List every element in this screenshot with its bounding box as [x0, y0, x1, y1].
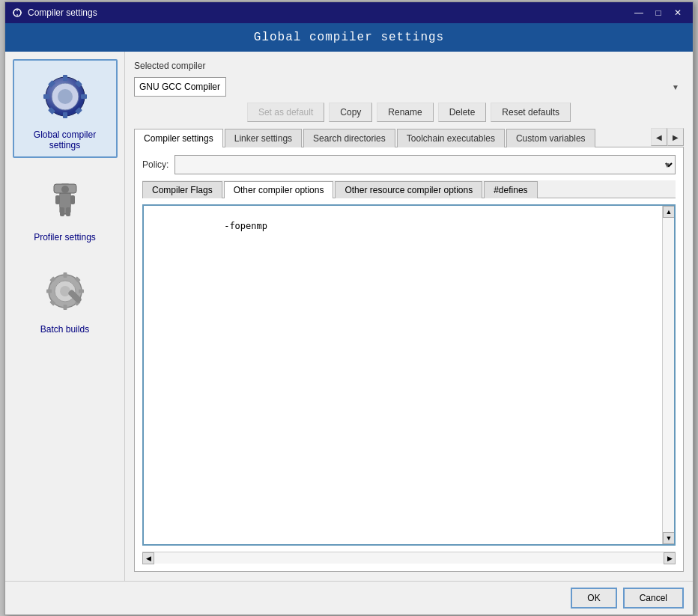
compiler-select[interactable]: GNU GCC Compiler [134, 77, 226, 97]
svg-rect-17 [70, 195, 75, 204]
gear-icon [39, 70, 91, 123]
maximize-button[interactable]: □ [649, 5, 667, 20]
compiler-select-wrapper: GNU GCC Compiler [134, 77, 684, 97]
policy-row: Policy: [142, 155, 676, 174]
svg-point-14 [61, 186, 69, 193]
global-compiler-icon [35, 67, 95, 126]
title-bar-controls: — □ ✕ [630, 5, 687, 20]
svg-rect-18 [60, 207, 64, 216]
inner-tab-other-compiler-options[interactable]: Other compiler options [224, 181, 334, 198]
tab-toolchain-executables[interactable]: Toolchain executables [397, 129, 505, 147]
policy-label: Policy: [142, 159, 169, 170]
scroll-track-horizontal[interactable] [154, 552, 664, 564]
svg-rect-7 [81, 94, 87, 99]
ok-button[interactable]: OK [571, 588, 616, 609]
outer-tabs-bar: Compiler settings Linker settings Search… [134, 128, 684, 147]
scroll-left-button[interactable]: ◀ [142, 552, 154, 564]
cancel-button[interactable]: Cancel [623, 588, 684, 609]
sidebar-item-batch-builds[interactable]: Batch builds [13, 254, 118, 342]
tab-custom-variables[interactable]: Custom variables [506, 129, 595, 147]
bottom-bar: OK Cancel [5, 581, 693, 615]
inner-tab-other-resource[interactable]: Other resource compiler options [335, 181, 482, 198]
selected-compiler-label: Selected compiler [134, 61, 684, 71]
minimize-button[interactable]: — [630, 5, 648, 20]
window-title: Compiler settings [28, 7, 97, 18]
set-default-button[interactable]: Set as default [247, 103, 324, 122]
tab-compiler-settings[interactable]: Compiler settings [134, 129, 223, 147]
compiler-settings-window: Compiler settings — □ ✕ Global compiler … [4, 1, 694, 615]
tab-content-panel: Policy: Compiler Flags Oth [134, 147, 684, 572]
copy-button[interactable]: Copy [329, 103, 372, 122]
main-header: Global compiler settings [5, 23, 693, 52]
sidebar-item-profiler[interactable]: Profiler settings [13, 162, 118, 250]
profiler-svg-icon [39, 173, 91, 225]
svg-point-3 [58, 89, 73, 104]
tab-search-directories[interactable]: Search directories [303, 129, 395, 147]
svg-rect-24 [63, 305, 67, 310]
scroll-up-button[interactable]: ▲ [663, 206, 675, 218]
content-area: Global compilersettings [5, 52, 693, 581]
svg-rect-23 [63, 272, 67, 278]
compiler-options-textarea-container: -fopenmp ▲ ▼ [142, 204, 676, 546]
delete-button[interactable]: Delete [438, 103, 487, 122]
tabs-wrapper: Compiler settings Linker settings Search… [134, 128, 684, 572]
main-title: Global compiler settings [254, 31, 444, 44]
profiler-icon [35, 169, 95, 229]
window-icon [11, 7, 23, 19]
svg-point-22 [60, 286, 70, 296]
scroll-track-vertical[interactable] [663, 218, 674, 532]
compiler-options-text[interactable]: -fopenmp [144, 206, 662, 544]
scroll-down-button[interactable]: ▼ [663, 532, 675, 544]
rename-button[interactable]: Rename [377, 103, 433, 122]
batch-builds-icon [35, 261, 95, 321]
tab-nav-left-button[interactable]: ◀ [651, 128, 667, 146]
svg-rect-25 [46, 289, 52, 293]
svg-rect-16 [55, 195, 60, 204]
svg-rect-15 [59, 194, 71, 207]
compiler-select-row: GNU GCC Compiler [134, 77, 684, 97]
tab-nav-right-button[interactable]: ▶ [667, 128, 684, 146]
horizontal-scrollbar: ◀ ▶ [142, 552, 676, 564]
inner-tabs-bar: Compiler Flags Other compiler options Ot… [142, 180, 676, 198]
svg-rect-6 [43, 94, 49, 99]
close-button[interactable]: ✕ [669, 5, 687, 20]
svg-rect-4 [63, 75, 67, 81]
title-bar: Compiler settings — □ ✕ [5, 2, 693, 23]
sidebar: Global compilersettings [5, 52, 125, 581]
policy-select[interactable] [174, 155, 676, 174]
sidebar-label-batch-builds: Batch builds [40, 324, 89, 335]
scroll-right-button[interactable]: ▶ [664, 552, 676, 564]
compiler-button-row: Set as default Copy Rename Delete Reset … [134, 103, 684, 122]
vertical-scrollbar[interactable]: ▲ ▼ [662, 206, 674, 544]
svg-rect-19 [66, 207, 70, 216]
inner-tab-compiler-flags[interactable]: Compiler Flags [142, 181, 222, 198]
sidebar-label-profiler: Profiler settings [34, 232, 96, 243]
policy-select-wrapper [174, 155, 676, 174]
svg-rect-26 [79, 289, 84, 293]
batch-builds-svg-icon [39, 265, 91, 317]
sidebar-item-global-compiler[interactable]: Global compilersettings [13, 59, 118, 158]
svg-rect-5 [63, 112, 67, 118]
title-bar-left: Compiler settings [11, 7, 97, 19]
main-panel: Selected compiler GNU GCC Compiler Set a… [125, 52, 693, 581]
reset-defaults-button[interactable]: Reset defaults [491, 103, 571, 122]
tab-linker-settings[interactable]: Linker settings [225, 129, 302, 147]
sidebar-label-global-compiler: Global compilersettings [34, 129, 96, 150]
inner-tab-defines[interactable]: #defines [484, 181, 537, 198]
